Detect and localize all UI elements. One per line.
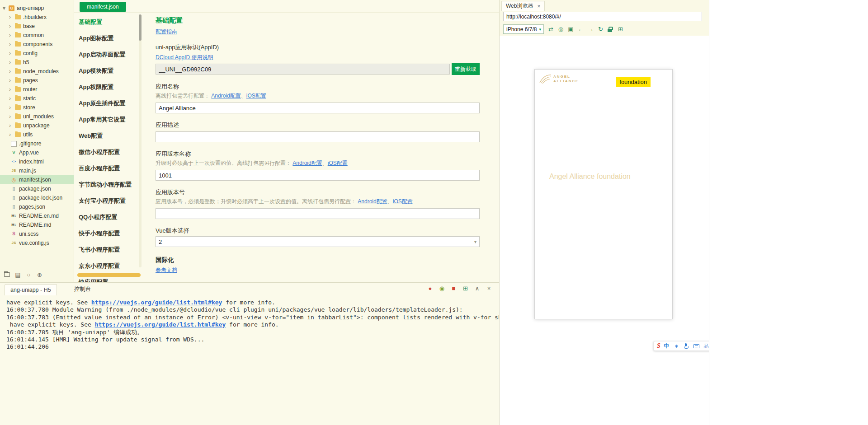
lock-icon[interactable] xyxy=(608,27,613,32)
tab-manifest-json[interactable]: manifest.json xyxy=(80,2,126,12)
tree-file[interactable]: M↓README.en.md xyxy=(0,211,74,220)
app-desc-input[interactable] xyxy=(156,131,480,142)
expand-arrow-icon[interactable]: › xyxy=(9,14,15,20)
expand-arrow-icon[interactable]: › xyxy=(9,114,15,119)
expand-arrow-icon[interactable]: › xyxy=(9,69,15,74)
device-select[interactable]: iPhone 6/7/8 xyxy=(503,24,544,34)
tree-folder[interactable]: ›router xyxy=(0,85,74,94)
manifest-nav-item-7[interactable]: Web配置 xyxy=(79,132,137,140)
ios-config-link[interactable]: iOS配置 xyxy=(393,198,413,205)
back-icon[interactable]: ← xyxy=(578,26,584,32)
tree-folder[interactable]: ›node_modules xyxy=(0,67,74,76)
tree-file[interactable]: JSmain.js xyxy=(0,166,74,175)
appid-input[interactable] xyxy=(156,64,450,75)
android-config-link[interactable]: Android配置 xyxy=(358,198,387,205)
manifest-nav-item-1[interactable]: App图标配置 xyxy=(79,34,137,42)
foundation-badge[interactable]: foundation xyxy=(616,77,651,87)
version-name-input[interactable] xyxy=(156,170,480,181)
tree-folder[interactable]: ›h5 xyxy=(0,58,74,67)
skin-icon[interactable]: 品 xyxy=(703,344,709,349)
expand-arrow-icon[interactable]: › xyxy=(9,23,15,29)
restart-icon[interactable]: ◉ xyxy=(439,285,445,291)
ios-config-link[interactable]: iOS配置 xyxy=(246,93,266,99)
tree-folder[interactable]: ›static xyxy=(0,94,74,103)
zh-icon[interactable]: 中 xyxy=(664,343,670,349)
vue-version-select[interactable]: 2 xyxy=(156,236,480,247)
manifest-nav-item-14[interactable]: 飞书小程序配置 xyxy=(79,246,137,254)
devtools-icon[interactable]: ◎ xyxy=(558,26,564,32)
manifest-nav-item-16[interactable]: 快应用配置 xyxy=(79,278,137,282)
device-toggle-icon[interactable]: ⇄ xyxy=(548,26,554,32)
tree-folder[interactable]: ›.hbuilderx xyxy=(0,13,74,22)
screenshot-icon[interactable]: ▣ xyxy=(568,26,574,32)
expand-arrow-icon[interactable]: › xyxy=(9,87,15,92)
manifest-nav-item-12[interactable]: QQ小程序配置 xyxy=(79,213,137,221)
expand-arrow-icon[interactable]: › xyxy=(9,123,15,128)
manifest-nav-item-8[interactable]: 微信小程序配置 xyxy=(79,148,137,156)
url-input[interactable] xyxy=(503,12,702,21)
project-root[interactable]: ▾ang-uniapp xyxy=(0,4,74,13)
forward-icon[interactable]: → xyxy=(588,26,594,32)
search-icon[interactable]: ○ xyxy=(26,272,32,278)
manifest-nav-item-4[interactable]: App权限配置 xyxy=(79,83,137,91)
sogou-logo-icon[interactable]: S xyxy=(657,343,660,349)
manifest-nav-item-9[interactable]: 百度小程序配置 xyxy=(79,164,137,173)
manifest-nav-item-10[interactable]: 字节跳动小程序配置 xyxy=(79,181,137,189)
regenerate-appid-button[interactable]: 重新获取 xyxy=(452,63,480,75)
close-icon[interactable]: × xyxy=(486,285,492,291)
console-tab-project[interactable]: ang-uniapp - H5 xyxy=(5,284,57,295)
tree-file[interactable]: .gitignore xyxy=(0,139,74,148)
tree-file[interactable]: VApp.vue xyxy=(0,148,74,157)
app-name-input[interactable] xyxy=(156,103,480,113)
refresh-icon[interactable]: ↻ xyxy=(598,26,604,32)
i18n-doc-link[interactable]: 参考文档 xyxy=(156,267,177,273)
expand-arrow-icon[interactable]: › xyxy=(9,78,15,83)
sparkle-icon[interactable]: ∗ xyxy=(674,344,679,349)
expand-arrow-icon[interactable]: › xyxy=(9,33,15,38)
grid-icon[interactable]: ⊞ xyxy=(618,26,623,32)
expand-arrow-icon[interactable]: › xyxy=(9,96,15,101)
nav-scrollbar-horizontal[interactable] xyxy=(77,273,141,277)
ios-config-link[interactable]: iOS配置 xyxy=(328,160,348,166)
tree-file[interactable]: []pages.json xyxy=(0,202,74,211)
tree-folder[interactable]: ›unpackage xyxy=(0,121,74,130)
config-guide-link[interactable]: 配置指南 xyxy=(156,28,177,35)
expand-arrow-icon[interactable]: › xyxy=(9,132,15,137)
android-config-link[interactable]: Android配置 xyxy=(292,160,322,166)
tree-folder[interactable]: ›utils xyxy=(0,130,74,139)
mic-icon[interactable] xyxy=(684,343,689,349)
keyboard-icon[interactable] xyxy=(693,344,699,348)
manifest-nav-item-5[interactable]: App原生插件配置 xyxy=(79,99,137,107)
panel-icon[interactable]: ⊞ xyxy=(462,285,468,291)
tree-file[interactable]: M↓README.md xyxy=(0,220,74,229)
manifest-nav-item-13[interactable]: 快手小程序配置 xyxy=(79,229,137,238)
expand-arrow-icon[interactable]: › xyxy=(9,42,15,47)
tree-folder[interactable]: ›store xyxy=(0,103,74,112)
collapse-arrow-icon[interactable]: ▾ xyxy=(3,5,9,11)
globe-icon[interactable]: ⊕ xyxy=(37,272,42,278)
tree-folder[interactable]: ›common xyxy=(0,31,74,40)
tree-folder[interactable]: ›components xyxy=(0,40,74,49)
scrollbar-thumb[interactable] xyxy=(139,14,142,41)
manifest-nav-item-6[interactable]: App常用其它设置 xyxy=(79,116,137,124)
tab-web-browser[interactable]: Web浏览器 xyxy=(501,1,545,11)
bug-icon[interactable]: ● xyxy=(427,285,433,291)
manifest-nav-item-11[interactable]: 支付宝小程序配置 xyxy=(79,197,137,205)
appid-doc-link[interactable]: DCloud AppID 使用说明 xyxy=(156,54,213,61)
manifest-nav-item-3[interactable]: App模块配置 xyxy=(79,67,137,75)
tree-folder[interactable]: ›base xyxy=(0,22,74,31)
tree-file[interactable]: Suni.scss xyxy=(0,229,74,238)
manifest-nav-item-2[interactable]: App启动界面配置 xyxy=(79,51,137,59)
manifest-nav-item-15[interactable]: 京东小程序配置 xyxy=(79,262,137,270)
ime-toolbar[interactable]: S 中∗品 xyxy=(653,341,713,351)
android-config-link[interactable]: Android配置 xyxy=(211,93,241,99)
console-link[interactable]: https://vuejs.org/guide/list.html#key xyxy=(91,299,222,306)
tree-folder[interactable]: ›config xyxy=(0,49,74,58)
stop-icon[interactable]: ■ xyxy=(451,285,457,291)
pin-icon[interactable]: ▤ xyxy=(15,272,21,278)
close-tab-icon[interactable] xyxy=(537,3,540,9)
expand-arrow-icon[interactable]: › xyxy=(9,60,15,65)
console-tab-console[interactable]: 控制台 xyxy=(69,283,97,295)
console-link[interactable]: https://vuejs.org/guide/list.html#key xyxy=(95,321,226,328)
tree-file[interactable]: ◎manifest.json xyxy=(0,175,74,184)
